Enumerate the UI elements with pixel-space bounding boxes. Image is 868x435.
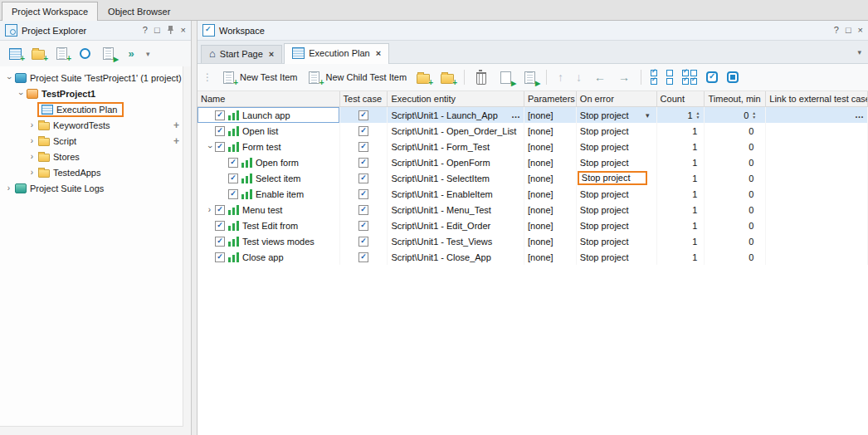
expand-icon[interactable]: › <box>27 137 37 145</box>
item-checkbox[interactable]: ✓ <box>215 237 225 247</box>
float-button[interactable]: □ <box>154 26 160 35</box>
add-new-item-button[interactable]: + <box>51 45 71 62</box>
spinner[interactable]: ▲▼ <box>696 111 700 120</box>
close-panel-button[interactable]: × <box>858 26 863 35</box>
item-checkbox[interactable]: ✓ <box>215 142 225 152</box>
tree-item-keywordtests[interactable]: ›KeywordTests+ <box>0 117 191 133</box>
new-child-test-item-button[interactable]: + New Child Test Item <box>305 69 410 86</box>
run-modes-button[interactable]: » <box>121 45 141 62</box>
expand-icon[interactable]: › <box>27 121 37 130</box>
tree-item-stores[interactable]: ›Stores <box>0 149 191 164</box>
horizontal-scrollbar[interactable] <box>0 426 191 435</box>
tree-item-testedapps[interactable]: ›TestedApps <box>0 164 191 180</box>
column-header-link-to-external-test-case[interactable]: Link to external test case <box>766 91 868 106</box>
test-item-row-open-form[interactable]: ✓Open form✓Script\Unit1 - OpenForm[none]… <box>197 154 868 170</box>
tab-list-dropdown-icon[interactable]: ▾ <box>857 48 865 56</box>
enable-item-button[interactable] <box>704 70 720 85</box>
expand-icon[interactable]: › <box>3 184 14 193</box>
add-item-button[interactable]: + <box>173 135 179 147</box>
item-checkbox[interactable]: ✓ <box>215 126 225 136</box>
pin-button[interactable] <box>167 25 174 36</box>
run-focused-item-button[interactable]: ▶ <box>495 69 515 86</box>
check-all-button[interactable] <box>648 68 660 86</box>
expand-icon[interactable]: › <box>27 153 37 161</box>
disable-item-button[interactable] <box>724 70 741 85</box>
spin-down-icon[interactable]: ▼ <box>696 115 700 120</box>
spinner[interactable]: ▲▼ <box>752 111 756 120</box>
test-item-row-test-edit-from[interactable]: ✓Test Edit from✓Script\Unit1 - Edit_Orde… <box>197 218 868 233</box>
delete-button[interactable] <box>471 69 491 86</box>
toolbar-grip[interactable]: ⋮ <box>202 71 212 83</box>
move-down-button[interactable]: ↓ <box>572 70 586 85</box>
uncheck-all-button[interactable] <box>664 68 675 86</box>
test-case-checkbox[interactable]: ✓ <box>358 174 368 183</box>
test-item-row-close-app[interactable]: ✓Close app✓Script\Unit1 - Close_App[none… <box>197 249 868 265</box>
add-existing-item-button[interactable]: + <box>28 45 48 62</box>
close-panel-button[interactable]: × <box>181 26 186 35</box>
new-child-group-button[interactable]: + <box>437 69 457 86</box>
item-checkbox[interactable]: ✓ <box>228 174 238 183</box>
collapse-icon[interactable]: › <box>17 88 25 99</box>
test-case-checkbox[interactable]: ✓ <box>358 189 368 199</box>
tab-start-page[interactable]: ⌂ Start Page × <box>201 45 282 63</box>
item-checkbox[interactable]: ✓ <box>215 252 225 262</box>
test-item-row-select-item[interactable]: ✓Select item✓Script\Unit1 - SelectItem[n… <box>197 170 868 186</box>
column-header-on-error[interactable]: On error <box>577 91 657 106</box>
tab-object-browser[interactable]: Object Browser <box>98 2 180 20</box>
collapse-icon[interactable]: › <box>206 141 214 152</box>
test-item-row-test-views-modes[interactable]: ✓Test views modes✓Script\Unit1 - Test_Vi… <box>197 233 868 249</box>
test-item-row-form-test[interactable]: ›✓Form test✓Script\Unit1 - Form_Test[non… <box>197 139 868 154</box>
tab-execution-plan[interactable]: Execution Plan × <box>284 43 389 64</box>
new-project-button[interactable]: + <box>5 45 25 62</box>
column-header-parameters[interactable]: Parameters <box>524 91 577 106</box>
tree-item-testproject1[interactable]: ›TestProject1 <box>0 86 191 101</box>
new-group-button[interactable]: + <box>413 69 433 86</box>
expand-icon[interactable]: › <box>204 206 215 214</box>
close-tab-icon[interactable]: × <box>376 49 381 58</box>
test-case-checkbox[interactable]: ✓ <box>358 221 368 231</box>
tree-item-project-suite-logs[interactable]: ›Project Suite Logs <box>0 180 191 196</box>
test-item-row-enable-item[interactable]: ✓Enable item✓Script\Unit1 - EnableItem[n… <box>197 186 868 202</box>
move-right-button[interactable]: → <box>614 70 634 85</box>
move-up-button[interactable]: ↑ <box>553 70 568 85</box>
add-item-button[interactable]: + <box>173 120 179 131</box>
close-tab-icon[interactable]: × <box>269 50 274 59</box>
test-case-checkbox[interactable]: ✓ <box>358 237 368 247</box>
browse-entity-button[interactable]: … <box>511 110 520 120</box>
column-header-count[interactable]: Count <box>657 91 705 106</box>
column-header-name[interactable]: Name <box>197 91 340 106</box>
item-checkbox[interactable]: ✓ <box>215 205 225 215</box>
test-case-checkbox[interactable]: ✓ <box>358 142 368 152</box>
spin-down-icon[interactable]: ▼ <box>752 115 756 120</box>
tree-item-project-suite-testproject1-1-project[interactable]: ›Project Suite 'TestProject1' (1 project… <box>0 70 191 86</box>
column-header-timeout-min[interactable]: Timeout, min <box>705 91 766 106</box>
item-checkbox[interactable]: ✓ <box>228 158 238 168</box>
help-button[interactable]: ? <box>834 26 839 35</box>
run-selected-items-button[interactable]: ▶ <box>519 69 539 86</box>
organize-tests-button[interactable] <box>75 45 95 62</box>
collapse-icon[interactable]: › <box>5 72 13 83</box>
test-item-row-launch-app[interactable]: ✓Launch app✓Script\Unit1 - Launch_App…[n… <box>197 107 868 123</box>
item-checkbox[interactable]: ✓ <box>228 189 238 199</box>
test-case-checkbox[interactable]: ✓ <box>358 126 368 136</box>
column-header-execution-entity[interactable]: Execution entity <box>388 91 524 106</box>
panel-splitter[interactable] <box>191 21 197 435</box>
test-case-checkbox[interactable]: ✓ <box>358 205 368 215</box>
test-item-row-menu-test[interactable]: ›✓Menu test✓Script\Unit1 - Menu_Test[non… <box>197 202 868 218</box>
float-button[interactable]: □ <box>846 26 851 35</box>
tab-project-workspace[interactable]: Project Workspace <box>2 2 98 21</box>
test-case-checkbox[interactable]: ✓ <box>358 252 368 262</box>
tree-item-script[interactable]: ›Script+ <box>0 133 191 149</box>
test-item-row-open-list[interactable]: ✓Open list✓Script\Unit1 - Open_Order_Lis… <box>197 123 868 139</box>
toolbar-dropdown-icon[interactable]: ▾ <box>144 50 152 58</box>
test-case-checkbox[interactable]: ✓ <box>358 158 368 168</box>
test-case-checkbox[interactable]: ✓ <box>358 110 368 120</box>
item-checkbox[interactable]: ✓ <box>215 110 225 120</box>
new-test-item-button[interactable]: + New Test Item <box>218 69 300 86</box>
help-button[interactable]: ? <box>143 26 148 35</box>
item-checkbox[interactable]: ✓ <box>215 221 225 231</box>
browse-link-button[interactable]: … <box>855 110 864 120</box>
check-children-button[interactable] <box>680 68 700 86</box>
dropdown-arrow-icon[interactable]: ▾ <box>646 111 650 120</box>
column-header-test-case[interactable]: Test case <box>340 91 388 106</box>
